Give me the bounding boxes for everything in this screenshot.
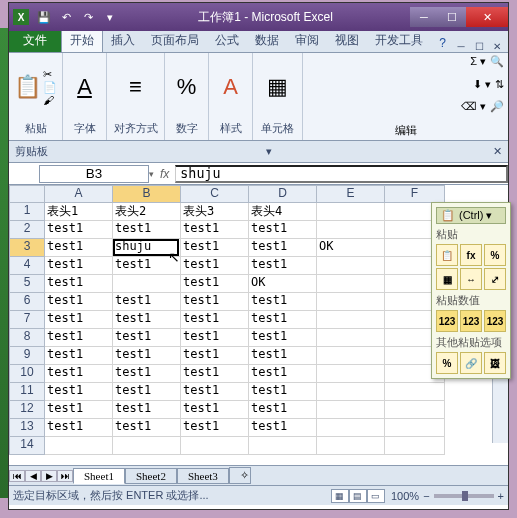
cell-E14[interactable] [317,437,385,455]
row-header-4[interactable]: 4 [9,257,45,275]
paste-formatting-icon[interactable]: % [436,352,458,374]
inner-restore-icon[interactable]: ☐ [470,41,488,52]
tab-dev[interactable]: 开发工具 [367,29,431,52]
cell-F11[interactable] [385,383,445,401]
cell-B14[interactable] [113,437,181,455]
inner-minimize-icon[interactable]: ─ [452,41,470,52]
sheet-tab-1[interactable]: Sheet1 [73,468,125,484]
select-all-corner[interactable] [9,185,45,203]
tab-view[interactable]: 视图 [327,29,367,52]
col-header-A[interactable]: A [45,185,113,203]
maximize-button[interactable]: ☐ [438,7,466,27]
cell-D7[interactable]: test1 [249,311,317,329]
qat-redo-icon[interactable]: ↷ [78,7,98,27]
cell-F12[interactable] [385,401,445,419]
row-header-8[interactable]: 8 [9,329,45,347]
cell-E7[interactable] [317,311,385,329]
paste-all-icon[interactable]: 📋 [436,244,458,266]
clipboard-pane-dropdown-icon[interactable]: ▾ [266,145,272,158]
style-icon[interactable]: A [223,74,238,100]
cell-D14[interactable] [249,437,317,455]
cell-E5[interactable] [317,275,385,293]
paste-values-icon[interactable]: 123 [436,310,458,332]
cell-C13[interactable]: test1 [181,419,249,437]
tab-file[interactable]: 文件 [9,29,61,52]
col-header-F[interactable]: F [385,185,445,203]
cell-E4[interactable] [317,257,385,275]
cell-E8[interactable] [317,329,385,347]
paste-formulas-icon[interactable]: fx [460,244,482,266]
cell-A11[interactable]: test1 [45,383,113,401]
col-header-E[interactable]: E [317,185,385,203]
sheet-tab-2[interactable]: Sheet2 [125,468,177,484]
cell-A9[interactable]: test1 [45,347,113,365]
cell-A2[interactable]: test1 [45,221,113,239]
cell-B11[interactable]: test1 [113,383,181,401]
close-button[interactable]: ✕ [466,7,508,27]
paste-picture-icon[interactable]: 🖼 [484,352,506,374]
row-header-6[interactable]: 6 [9,293,45,311]
paste-values-source-icon[interactable]: 123 [484,310,506,332]
view-layout-icon[interactable]: ▤ [349,489,367,503]
cell-A13[interactable]: test1 [45,419,113,437]
clear-icon[interactable]: ⌫ ▾ [461,100,486,113]
cell-E9[interactable] [317,347,385,365]
formula-bar[interactable] [175,165,508,183]
zoom-out-icon[interactable]: − [423,490,429,502]
paste-formulas-format-icon[interactable]: % [484,244,506,266]
paste-noborder-icon[interactable]: ▦ [436,268,458,290]
zoom-value[interactable]: 100% [391,490,419,502]
col-header-C[interactable]: C [181,185,249,203]
row-header-13[interactable]: 13 [9,419,45,437]
cell-B4[interactable]: test1 [113,257,181,275]
cell-E10[interactable] [317,365,385,383]
zoom-thumb[interactable] [462,491,468,501]
cell-A14[interactable] [45,437,113,455]
sheet-next-icon[interactable]: ▶ [41,470,57,482]
number-icon[interactable]: % [177,74,197,100]
cell-C10[interactable]: test1 [181,365,249,383]
clipboard-pane-close-icon[interactable]: ✕ [493,145,502,158]
paste-options-header[interactable]: 📋 (Ctrl) ▾ [436,207,506,224]
qat-dropdown-icon[interactable]: ▾ [100,7,120,27]
cell-D12[interactable]: test1 [249,401,317,419]
cell-E12[interactable] [317,401,385,419]
cell-B5[interactable] [113,275,181,293]
cell-C11[interactable]: test1 [181,383,249,401]
row-header-14[interactable]: 14 [9,437,45,455]
cell-F13[interactable] [385,419,445,437]
sheet-tab-3[interactable]: Sheet3 [177,468,229,484]
namebox-dropdown-icon[interactable]: ▾ [149,169,154,179]
fx-icon[interactable]: fx [160,167,169,181]
cell-E1[interactable] [317,203,385,221]
cell-A3[interactable]: test1 [45,239,113,257]
row-header-5[interactable]: 5 [9,275,45,293]
tab-layout[interactable]: 页面布局 [143,29,207,52]
cell-A8[interactable]: test1 [45,329,113,347]
tab-home[interactable]: 开始 [61,28,103,52]
cell-D3[interactable]: test1 [249,239,317,257]
sheet-prev-icon[interactable]: ◀ [25,470,41,482]
cell-B8[interactable]: test1 [113,329,181,347]
sheet-first-icon[interactable]: ⏮ [9,470,25,482]
new-sheet-icon[interactable]: ✧ [229,467,251,484]
cell-D10[interactable]: test1 [249,365,317,383]
cell-A1[interactable]: 表头1 [45,203,113,221]
cell-E6[interactable] [317,293,385,311]
row-header-3[interactable]: 3 [9,239,45,257]
help-icon[interactable]: ? [433,34,452,52]
cell-C1[interactable]: 表头3 [181,203,249,221]
cell-C14[interactable] [181,437,249,455]
cell-D2[interactable]: test1 [249,221,317,239]
row-header-2[interactable]: 2 [9,221,45,239]
row-header-10[interactable]: 10 [9,365,45,383]
qat-undo-icon[interactable]: ↶ [56,7,76,27]
cell-E2[interactable] [317,221,385,239]
row-header-9[interactable]: 9 [9,347,45,365]
cell-C6[interactable]: test1 [181,293,249,311]
cell-C7[interactable]: test1 [181,311,249,329]
cell-A6[interactable]: test1 [45,293,113,311]
find-icon[interactable]: 🔍 [490,55,504,68]
cell-A10[interactable]: test1 [45,365,113,383]
tab-review[interactable]: 审阅 [287,29,327,52]
